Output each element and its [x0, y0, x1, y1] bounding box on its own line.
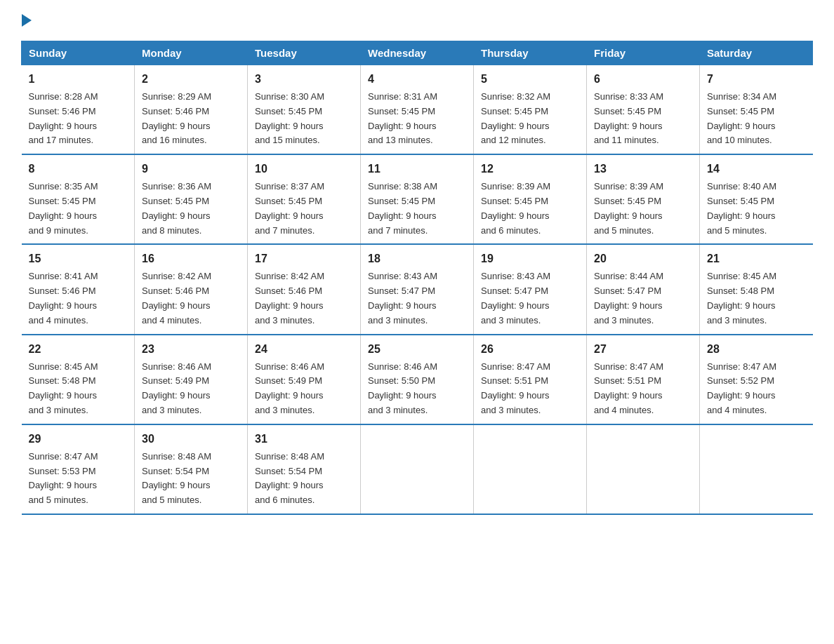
day-number: 30 — [142, 431, 240, 448]
day-info: Sunrise: 8:47 AMSunset: 5:51 PMDaylight:… — [594, 361, 663, 415]
day-info: Sunrise: 8:45 AMSunset: 5:48 PMDaylight:… — [707, 271, 776, 325]
calendar-cell — [474, 424, 587, 514]
day-info: Sunrise: 8:42 AMSunset: 5:46 PMDaylight:… — [142, 271, 211, 325]
day-info: Sunrise: 8:28 AMSunset: 5:46 PMDaylight:… — [29, 91, 98, 145]
weekday-header-saturday: Saturday — [700, 41, 813, 65]
weekday-header-friday: Friday — [587, 41, 700, 65]
day-info: Sunrise: 8:34 AMSunset: 5:45 PMDaylight:… — [707, 91, 776, 145]
calendar-cell: 18 Sunrise: 8:43 AMSunset: 5:47 PMDaylig… — [361, 244, 474, 334]
calendar-cell: 29 Sunrise: 8:47 AMSunset: 5:53 PMDaylig… — [22, 424, 135, 514]
day-number: 3 — [255, 71, 353, 88]
calendar-cell: 27 Sunrise: 8:47 AMSunset: 5:51 PMDaylig… — [587, 335, 700, 424]
calendar-cell: 3 Sunrise: 8:30 AMSunset: 5:45 PMDayligh… — [248, 65, 361, 155]
day-number: 7 — [707, 71, 806, 88]
day-info: Sunrise: 8:46 AMSunset: 5:50 PMDaylight:… — [368, 361, 437, 415]
day-number: 20 — [594, 250, 692, 267]
day-info: Sunrise: 8:46 AMSunset: 5:49 PMDaylight:… — [255, 361, 324, 415]
day-number: 21 — [707, 250, 806, 267]
calendar-cell: 17 Sunrise: 8:42 AMSunset: 5:46 PMDaylig… — [248, 244, 361, 334]
calendar-cell: 15 Sunrise: 8:41 AMSunset: 5:46 PMDaylig… — [22, 244, 135, 334]
day-number: 9 — [142, 161, 240, 177]
day-info: Sunrise: 8:33 AMSunset: 5:45 PMDaylight:… — [594, 91, 663, 145]
day-info: Sunrise: 8:47 AMSunset: 5:53 PMDaylight:… — [29, 451, 98, 505]
calendar-cell: 5 Sunrise: 8:32 AMSunset: 5:45 PMDayligh… — [474, 65, 587, 155]
day-info: Sunrise: 8:36 AMSunset: 5:45 PMDaylight:… — [142, 181, 211, 235]
day-info: Sunrise: 8:48 AMSunset: 5:54 PMDaylight:… — [142, 451, 211, 505]
day-number: 15 — [29, 250, 128, 267]
calendar-cell — [700, 424, 813, 514]
calendar-cell: 6 Sunrise: 8:33 AMSunset: 5:45 PMDayligh… — [587, 65, 700, 155]
calendar-cell: 28 Sunrise: 8:47 AMSunset: 5:52 PMDaylig… — [700, 335, 813, 424]
day-number: 1 — [29, 71, 128, 88]
day-number: 23 — [142, 341, 240, 358]
calendar-cell: 22 Sunrise: 8:45 AMSunset: 5:48 PMDaylig… — [22, 335, 135, 424]
day-info: Sunrise: 8:47 AMSunset: 5:51 PMDaylight:… — [481, 361, 550, 415]
day-number: 2 — [142, 71, 240, 88]
day-info: Sunrise: 8:43 AMSunset: 5:47 PMDaylight:… — [368, 271, 437, 325]
calendar-cell: 11 Sunrise: 8:38 AMSunset: 5:45 PMDaylig… — [361, 154, 474, 244]
day-info: Sunrise: 8:44 AMSunset: 5:47 PMDaylight:… — [594, 271, 663, 325]
day-number: 29 — [29, 431, 128, 448]
day-number: 4 — [368, 71, 466, 88]
day-number: 16 — [142, 250, 240, 267]
calendar-cell: 23 Sunrise: 8:46 AMSunset: 5:49 PMDaylig… — [135, 335, 248, 424]
week-row-1: 1 Sunrise: 8:28 AMSunset: 5:46 PMDayligh… — [22, 65, 813, 155]
day-info: Sunrise: 8:39 AMSunset: 5:45 PMDaylight:… — [481, 181, 550, 235]
day-number: 5 — [481, 71, 579, 88]
calendar-cell: 7 Sunrise: 8:34 AMSunset: 5:45 PMDayligh… — [700, 65, 813, 155]
day-info: Sunrise: 8:30 AMSunset: 5:45 PMDaylight:… — [255, 91, 324, 145]
day-info: Sunrise: 8:45 AMSunset: 5:48 PMDaylight:… — [29, 361, 98, 415]
weekday-header-thursday: Thursday — [474, 41, 587, 65]
day-number: 6 — [594, 71, 692, 88]
weekday-header-row: SundayMondayTuesdayWednesdayThursdayFrid… — [22, 41, 813, 65]
calendar-cell: 25 Sunrise: 8:46 AMSunset: 5:50 PMDaylig… — [361, 335, 474, 424]
week-row-3: 15 Sunrise: 8:41 AMSunset: 5:46 PMDaylig… — [22, 244, 813, 334]
calendar-cell: 30 Sunrise: 8:48 AMSunset: 5:54 PMDaylig… — [135, 424, 248, 514]
calendar-cell: 12 Sunrise: 8:39 AMSunset: 5:45 PMDaylig… — [474, 154, 587, 244]
day-number: 11 — [368, 161, 466, 177]
calendar-cell: 8 Sunrise: 8:35 AMSunset: 5:45 PMDayligh… — [22, 154, 135, 244]
calendar-cell — [361, 424, 474, 514]
day-info: Sunrise: 8:43 AMSunset: 5:47 PMDaylight:… — [481, 271, 550, 325]
day-number: 26 — [481, 341, 579, 358]
day-info: Sunrise: 8:47 AMSunset: 5:52 PMDaylight:… — [707, 361, 776, 415]
calendar-cell: 21 Sunrise: 8:45 AMSunset: 5:48 PMDaylig… — [700, 244, 813, 334]
day-info: Sunrise: 8:37 AMSunset: 5:45 PMDaylight:… — [255, 181, 324, 235]
day-number: 12 — [481, 161, 579, 177]
logo — [21, 14, 32, 27]
calendar-table: SundayMondayTuesdayWednesdayThursdayFrid… — [21, 41, 813, 515]
day-number: 18 — [368, 250, 466, 267]
weekday-header-tuesday: Tuesday — [248, 41, 361, 65]
day-info: Sunrise: 8:40 AMSunset: 5:45 PMDaylight:… — [707, 181, 776, 235]
day-number: 8 — [29, 161, 128, 177]
calendar-cell: 1 Sunrise: 8:28 AMSunset: 5:46 PMDayligh… — [22, 65, 135, 155]
calendar-cell: 20 Sunrise: 8:44 AMSunset: 5:47 PMDaylig… — [587, 244, 700, 334]
day-number: 14 — [707, 161, 806, 177]
calendar-cell: 13 Sunrise: 8:39 AMSunset: 5:45 PMDaylig… — [587, 154, 700, 244]
day-info: Sunrise: 8:42 AMSunset: 5:46 PMDaylight:… — [255, 271, 324, 325]
calendar-cell: 26 Sunrise: 8:47 AMSunset: 5:51 PMDaylig… — [474, 335, 587, 424]
calendar-cell: 14 Sunrise: 8:40 AMSunset: 5:45 PMDaylig… — [700, 154, 813, 244]
day-number: 17 — [255, 250, 353, 267]
page-header — [21, 14, 813, 27]
day-number: 13 — [594, 161, 692, 177]
weekday-header-wednesday: Wednesday — [361, 41, 474, 65]
weekday-header-monday: Monday — [135, 41, 248, 65]
day-number: 28 — [707, 341, 806, 358]
day-number: 25 — [368, 341, 466, 358]
day-info: Sunrise: 8:29 AMSunset: 5:46 PMDaylight:… — [142, 91, 211, 145]
calendar-cell — [587, 424, 700, 514]
calendar-cell: 31 Sunrise: 8:48 AMSunset: 5:54 PMDaylig… — [248, 424, 361, 514]
day-info: Sunrise: 8:32 AMSunset: 5:45 PMDaylight:… — [481, 91, 550, 145]
calendar-cell: 2 Sunrise: 8:29 AMSunset: 5:46 PMDayligh… — [135, 65, 248, 155]
day-info: Sunrise: 8:38 AMSunset: 5:45 PMDaylight:… — [368, 181, 437, 235]
day-info: Sunrise: 8:39 AMSunset: 5:45 PMDaylight:… — [594, 181, 663, 235]
week-row-2: 8 Sunrise: 8:35 AMSunset: 5:45 PMDayligh… — [22, 154, 813, 244]
day-info: Sunrise: 8:31 AMSunset: 5:45 PMDaylight:… — [368, 91, 437, 145]
logo-arrow-icon — [22, 14, 32, 27]
weekday-header-sunday: Sunday — [22, 41, 135, 65]
calendar-cell: 9 Sunrise: 8:36 AMSunset: 5:45 PMDayligh… — [135, 154, 248, 244]
calendar-cell: 19 Sunrise: 8:43 AMSunset: 5:47 PMDaylig… — [474, 244, 587, 334]
day-info: Sunrise: 8:35 AMSunset: 5:45 PMDaylight:… — [29, 181, 98, 235]
day-number: 19 — [481, 250, 579, 267]
